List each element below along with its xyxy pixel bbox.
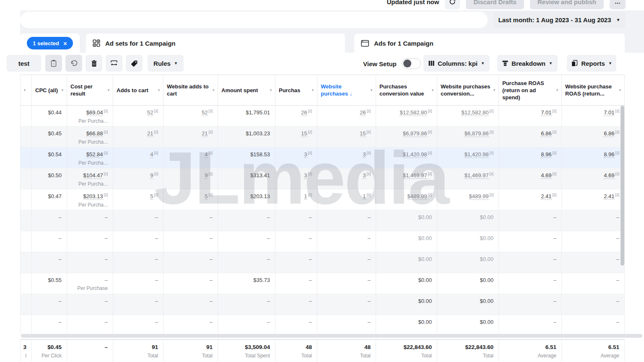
metric-value[interactable]: 8.96	[541, 151, 551, 158]
date-range-button[interactable]: Last month: 1 Aug 2023 - 31 Aug 2023 ▼	[493, 12, 626, 28]
metric-value[interactable]: 15	[360, 130, 366, 137]
sort-caret-icon[interactable]: ▼	[618, 88, 622, 92]
metric-value[interactable]: $12,582.80	[400, 109, 427, 116]
vertical-scrollbar[interactable]	[621, 106, 624, 266]
column-header[interactable]: Cost per result▼	[67, 75, 113, 105]
metric-value[interactable]: 2.41	[541, 193, 551, 200]
metric-value[interactable]: 1	[304, 193, 307, 200]
more-options-button[interactable]: ...	[610, 0, 626, 9]
table-row[interactable]: $0.44$69.04[2]Per Purcha...52[2]52[2]$1,…	[20, 106, 625, 127]
metric-value[interactable]: $1,469.97	[403, 172, 427, 179]
metric-value[interactable]: 3	[363, 151, 366, 158]
sort-caret-icon[interactable]: ▼	[370, 88, 373, 92]
sort-caret-icon[interactable]: ▼	[493, 88, 496, 92]
metric-value[interactable]: 2.41	[604, 193, 614, 200]
metric-value[interactable]: 9	[150, 172, 153, 179]
tab-adsets[interactable]: Ad sets for 1 Campaign	[86, 34, 345, 53]
metric-value[interactable]: 26	[360, 109, 366, 116]
metric-value[interactable]: 9	[205, 172, 208, 179]
edit-placement-button[interactable]	[106, 55, 122, 72]
metric-value[interactable]: $69.04	[86, 109, 103, 116]
metric-value[interactable]: $104.47	[83, 172, 103, 179]
metric-value[interactable]: 4	[205, 151, 208, 158]
discard-drafts-button[interactable]: Discard Drafts	[466, 0, 524, 9]
metric-value[interactable]: 8.96	[604, 151, 614, 158]
metric-value[interactable]: 21	[202, 130, 208, 137]
metric-value[interactable]: 52	[147, 109, 153, 116]
column-header[interactable]: Website purchases conversion...▼	[437, 75, 499, 105]
column-header[interactable]: Website purchases ↓▼	[317, 75, 376, 105]
column-header[interactable]: Purchase ROAS (return on ad spend)▼	[499, 75, 562, 105]
metric-value[interactable]: $66.88	[86, 130, 103, 137]
table-row[interactable]: –––––––$0.00$0.00––	[20, 315, 625, 336]
metric-value[interactable]: 4	[150, 151, 153, 158]
metric-value[interactable]: 5	[205, 193, 208, 200]
column-header[interactable]: Adds to cart▼	[113, 75, 164, 105]
undo-button[interactable]	[65, 55, 82, 72]
table-row[interactable]: –––––––$0.00$0.00––	[20, 231, 625, 252]
metric-value[interactable]: 4.69	[604, 172, 614, 179]
search-input[interactable]	[20, 12, 488, 28]
table-row[interactable]: –––––––$0.00$0.00––	[20, 210, 625, 231]
horizontal-scrollbar[interactable]	[21, 334, 642, 338]
columns-button[interactable]: Columns: kpi ▼	[423, 55, 490, 72]
tab-campaigns-selected[interactable]: 1 selected ×	[20, 34, 80, 53]
view-setup-toggle[interactable]	[402, 58, 421, 69]
metric-value[interactable]: 21	[147, 130, 153, 137]
table-row[interactable]: $0.55–Per Purchase––$35.73––$0.00$0.00––	[20, 273, 625, 294]
table-row[interactable]: $0.47$203.13[2]Per Purcha...5[2]5[2]$203…	[20, 189, 625, 210]
reports-button[interactable]: Reports ▼	[567, 55, 616, 72]
metric-value[interactable]: $1,420.98	[465, 151, 489, 158]
metric-value[interactable]: 26	[301, 109, 307, 116]
table-row[interactable]: $0.54$52.84[2]Per Purcha...4[2]4[2]$158.…	[20, 147, 625, 168]
sort-caret-icon[interactable]: ▼	[23, 88, 26, 92]
metric-value[interactable]: $1,420.98	[403, 151, 427, 158]
table-row[interactable]: $0.45$66.88[2]Per Purcha...21[2]21[2]$1,…	[20, 127, 625, 147]
delete-button[interactable]	[86, 55, 102, 72]
metric-value[interactable]: 7.01	[541, 109, 551, 116]
metric-value[interactable]: $12,582.80	[461, 109, 488, 116]
sort-caret-icon[interactable]: ▼	[269, 88, 273, 92]
sort-caret-icon[interactable]: ▼	[311, 88, 314, 92]
breakdown-button[interactable]: Breakdown ▼	[497, 55, 558, 72]
metric-value[interactable]: 3	[363, 172, 366, 179]
column-header-spacer[interactable]: ▼	[20, 75, 32, 105]
column-header[interactable]: Amount spent▼	[218, 75, 275, 105]
ab-test-button[interactable]: test	[7, 55, 41, 72]
metric-value[interactable]: $489.99	[469, 193, 489, 200]
table-row[interactable]: $0.50$104.47[2]Per Purcha...9[2]9[2]$313…	[20, 168, 625, 189]
metric-value[interactable]: $1,469.97	[465, 172, 489, 179]
metric-value[interactable]: 6.86	[541, 130, 551, 137]
metric-value[interactable]: 4.69	[541, 172, 551, 179]
sort-caret-icon[interactable]: ▼	[61, 88, 64, 92]
metric-value[interactable]: 5	[150, 193, 153, 200]
duplicate-button[interactable]	[45, 55, 62, 72]
sort-caret-icon[interactable]: ▼	[157, 88, 161, 92]
column-header[interactable]: CPC (all)▼	[32, 75, 67, 105]
refresh-button[interactable]	[445, 0, 460, 9]
metric-value[interactable]: $203.13	[83, 193, 103, 200]
column-header[interactable]: Website adds to cart▼	[164, 75, 218, 105]
column-header[interactable]: Purchas▼	[275, 75, 317, 105]
metric-value[interactable]: 7.01	[604, 109, 614, 116]
table-row[interactable]: –––––––$0.00$0.00––	[20, 252, 625, 273]
table-row[interactable]: –––––––$0.00$0.00––	[20, 294, 625, 315]
metric-value[interactable]: 15	[301, 130, 307, 137]
sort-caret-icon[interactable]: ▼	[107, 88, 110, 92]
metric-value[interactable]: 3	[304, 172, 307, 179]
column-header[interactable]: Website purchase ROAS (return...▼	[562, 75, 625, 105]
metric-value[interactable]: 1	[363, 193, 366, 200]
review-publish-button[interactable]: Review and publish	[530, 0, 604, 9]
metric-value[interactable]: 6.86	[604, 130, 614, 137]
sort-caret-icon[interactable]: ▼	[212, 88, 215, 92]
close-icon[interactable]: ×	[63, 40, 67, 47]
metric-value[interactable]: $489.99	[408, 193, 427, 200]
metric-value[interactable]: $52.84	[86, 151, 103, 158]
selected-filter-pill[interactable]: 1 selected ×	[27, 37, 73, 49]
column-header[interactable]: Purchases conversion value▼	[376, 75, 437, 105]
sort-caret-icon[interactable]: ▼	[431, 88, 434, 92]
rules-button[interactable]: Rules ▼	[148, 55, 184, 72]
metric-value[interactable]: $6,879.86	[403, 130, 427, 137]
label-button[interactable]	[126, 55, 143, 72]
metric-value[interactable]: $6,879.86	[465, 130, 489, 137]
